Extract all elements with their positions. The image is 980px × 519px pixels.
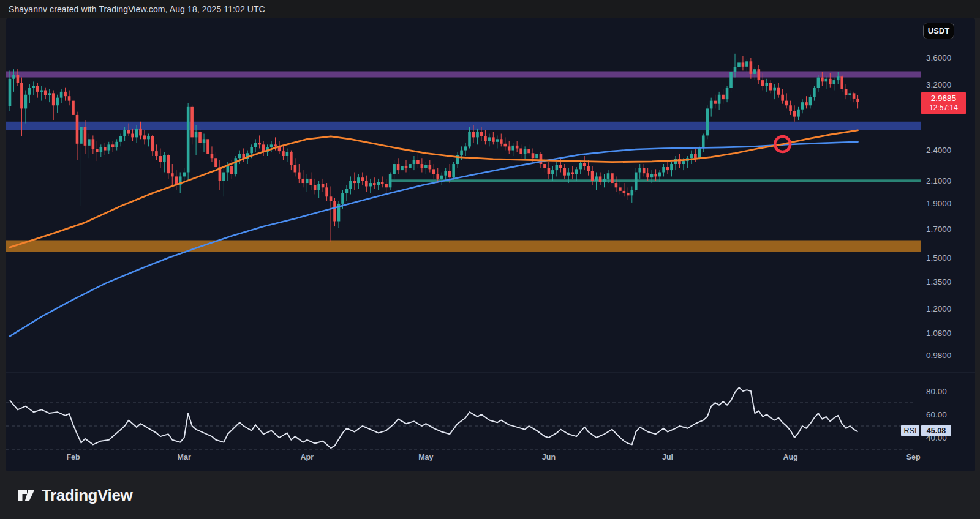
candle-body	[476, 132, 479, 138]
candle-body	[290, 152, 293, 165]
candle-body	[330, 196, 333, 201]
candle-body	[785, 101, 788, 106]
candle-body	[587, 166, 590, 171]
candle-body	[151, 136, 154, 151]
candle-body	[722, 95, 725, 99]
time-axis-label: Sep	[907, 453, 921, 461]
candle-body	[548, 168, 551, 174]
candle-body	[119, 136, 123, 142]
quote-currency-button[interactable]: USDT	[923, 23, 954, 39]
candle-body	[104, 147, 107, 151]
price-axis-label: 1.9000	[926, 199, 951, 208]
rsi-axis-label: 60.00	[926, 410, 947, 419]
candle-body	[729, 72, 733, 88]
rsi-label: RSI	[901, 425, 919, 436]
candle-body	[397, 164, 400, 170]
candle-body	[698, 147, 701, 158]
candle-body	[452, 164, 455, 177]
purple-resistance-zone	[6, 71, 921, 77]
candle-body	[821, 78, 824, 82]
candle-body	[421, 164, 424, 168]
candle-body	[72, 101, 75, 115]
candle-body	[579, 163, 582, 169]
candle-body	[765, 83, 768, 86]
candle-body	[234, 158, 237, 174]
price-pane	[6, 54, 921, 336]
candle-body	[635, 173, 638, 190]
candle-body	[424, 165, 428, 168]
candle-body	[361, 177, 364, 181]
price-axis-label: 2.1000	[926, 176, 951, 185]
time-axis-label: Apr	[300, 453, 314, 461]
candle-body	[753, 69, 756, 74]
candle-body	[258, 143, 261, 144]
rsi-axis-label: 80.00	[926, 387, 947, 396]
candle-body	[832, 80, 835, 84]
candle-body	[56, 98, 59, 106]
candle-body	[773, 88, 776, 91]
candle-body	[36, 86, 39, 92]
candle-body	[80, 127, 83, 144]
candle-body	[848, 93, 851, 95]
candle-body	[519, 148, 522, 154]
candle-body	[777, 88, 780, 95]
rsi-value: 45.08	[921, 425, 951, 436]
candle-body	[769, 83, 772, 91]
candle-body	[322, 184, 325, 187]
candle-body	[718, 95, 721, 104]
candle-body	[527, 149, 530, 153]
candle-body	[551, 170, 554, 174]
candle-body	[556, 165, 559, 170]
candle-body	[710, 101, 713, 109]
candle-body	[571, 173, 574, 174]
bar-countdown: 12:57:14	[929, 103, 958, 113]
candle-body	[682, 161, 685, 164]
candle-body	[325, 187, 328, 196]
tradingview-logo-text: TradingView	[42, 486, 132, 505]
candle-body	[167, 155, 170, 173]
candle-body	[274, 144, 277, 146]
candle-body	[385, 184, 388, 187]
candle-body	[734, 67, 737, 72]
candle-body	[690, 154, 693, 158]
candle-body	[758, 69, 761, 80]
page: Shayannv created with TradingView.com, A…	[0, 0, 980, 519]
candle-body	[131, 134, 134, 138]
candle-body	[627, 193, 630, 196]
chart-canvas[interactable]: 3.60003.20002.40002.10001.90001.70001.50…	[0, 0, 980, 519]
candle-body	[377, 182, 380, 185]
price-axis-label: 2.4000	[926, 146, 951, 155]
candle-body	[853, 93, 856, 99]
candle-body	[654, 174, 657, 176]
price-axis-label: 3.6000	[926, 53, 951, 62]
tradingview-logo[interactable]: TradingView	[17, 486, 132, 505]
rsi-line	[10, 387, 858, 448]
footer: TradingView	[0, 471, 980, 519]
rsi-badge: RSI 45.08	[901, 425, 951, 436]
candle-body	[599, 176, 602, 182]
candle-body	[468, 132, 471, 147]
candle-body	[436, 174, 439, 179]
candle-body	[222, 173, 225, 181]
candle-body	[159, 156, 162, 162]
candle-body	[195, 132, 198, 138]
candle-body	[24, 95, 28, 109]
candle-body	[314, 185, 317, 190]
tradingview-logo-icon	[17, 487, 36, 503]
rsi-pane	[10, 387, 858, 448]
candle-body	[650, 174, 654, 177]
candle-body	[658, 173, 662, 177]
candle-body	[745, 61, 748, 67]
candle-body	[227, 166, 230, 172]
candle-body	[17, 75, 20, 83]
candle-body	[44, 90, 47, 95]
candle-body	[206, 139, 209, 154]
candle-body	[147, 136, 150, 139]
candle-body	[369, 183, 372, 186]
candle-body	[341, 193, 344, 204]
candle-body	[444, 171, 447, 176]
candle-body	[353, 181, 356, 183]
time-axis-label: Mar	[178, 453, 191, 461]
blue-resistance-zone	[6, 122, 921, 130]
candle-body	[524, 149, 527, 154]
